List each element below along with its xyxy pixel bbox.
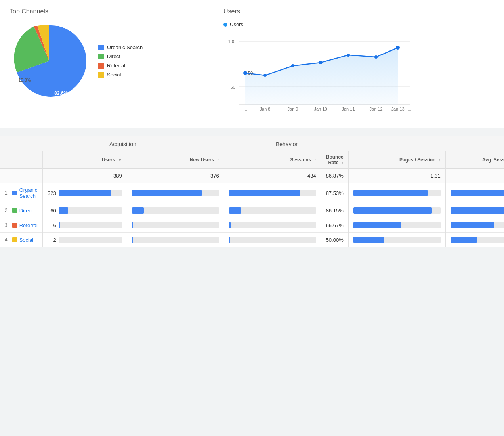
total-row: 389 376 434 86.87% 1.31 00:00:50 [0, 169, 504, 183]
avg-session-cell [445, 233, 504, 247]
new-users-cell [127, 203, 224, 218]
th-avg-session[interactable]: Avg. Session Duration ↕ [445, 151, 504, 169]
svg-rect-28 [12, 191, 17, 195]
table-row: 3 Referral 6 66.67% [0, 218, 504, 233]
pages-session-cell [348, 203, 445, 218]
svg-point-16 [347, 54, 350, 57]
svg-text:Jan 8: Jan 8 [260, 107, 271, 111]
bounce-rate-cell: 87.53% [321, 183, 348, 203]
th-channel [0, 151, 42, 169]
svg-point-13 [263, 74, 267, 77]
th-pages-session[interactable]: Pages / Session ↕ [348, 151, 445, 169]
bounce-rate-cell: 50.00% [321, 233, 348, 247]
row-number: 4 [5, 237, 10, 243]
th-bounce-rate[interactable]: Bounce Rate ↕ [321, 151, 348, 169]
row-number: 1 [5, 190, 10, 196]
new-users-cell [127, 218, 224, 233]
users-legend-dot [223, 23, 227, 27]
legend-organic-search: Organic Search [98, 44, 143, 50]
channel-link[interactable]: Organic Search [19, 187, 38, 199]
bounce-rate-cell: 66.67% [321, 218, 348, 233]
svg-rect-3 [98, 54, 104, 59]
sort-users-icon: ▼ [118, 158, 122, 162]
channel-link[interactable]: Social [19, 237, 33, 243]
svg-point-12 [243, 71, 247, 75]
users-cell: 60 [42, 203, 127, 218]
svg-text:Jan 9: Jan 9 [288, 107, 298, 111]
new-users-cell [127, 233, 224, 247]
sort-bounce-icon: ↕ [342, 161, 344, 165]
svg-point-17 [374, 55, 378, 59]
svg-text:15.3%: 15.3% [18, 78, 31, 82]
svg-rect-29 [12, 208, 17, 213]
total-sessions: 434 [224, 169, 321, 183]
sort-newusers-icon: ↕ [217, 158, 219, 162]
channel-link[interactable]: Direct [19, 208, 33, 214]
channel-cell: 3 Referral [0, 218, 42, 233]
total-bounce-rate: 86.87% [321, 169, 348, 183]
svg-rect-4 [98, 63, 104, 69]
total-users: 389 [42, 169, 127, 183]
acquisition-header: Acquisition [103, 136, 269, 151]
users-legend: Users [223, 21, 494, 27]
users-cell: 323 [42, 183, 127, 203]
svg-rect-30 [12, 223, 17, 228]
svg-rect-5 [98, 72, 104, 78]
table-row: 4 Social 2 50.00% [0, 233, 504, 247]
sessions-cell [224, 218, 321, 233]
bounce-rate-cell: 86.15% [321, 203, 348, 218]
behavior-header: Behavior [269, 136, 504, 151]
channel-cell: 1 Organic Search [0, 183, 42, 203]
pages-session-cell [348, 218, 445, 233]
sessions-cell [224, 203, 321, 218]
svg-text:50: 50 [231, 85, 235, 90]
avg-session-cell [445, 203, 504, 218]
svg-text:...: ... [243, 107, 247, 111]
th-new-users[interactable]: New Users ↕ [127, 151, 224, 169]
total-new-users: 376 [127, 169, 224, 183]
svg-text:100: 100 [228, 39, 235, 44]
new-users-cell [127, 183, 224, 203]
svg-rect-2 [98, 45, 104, 50]
svg-text:Jan 10: Jan 10 [314, 107, 327, 111]
avg-session-cell [445, 218, 504, 233]
table-row: 1 Organic Search 323 87.53% [0, 183, 504, 203]
svg-text:82.6%: 82.6% [54, 90, 68, 96]
pages-session-cell [348, 183, 445, 203]
sort-sessions-icon: ↕ [314, 158, 316, 162]
channel-cell: 2 Direct [0, 203, 42, 218]
pages-session-cell [348, 233, 445, 247]
sessions-cell [224, 233, 321, 247]
svg-text:Jan 13: Jan 13 [391, 107, 404, 111]
total-avg-session: 00:00:50 [445, 169, 504, 183]
svg-point-18 [396, 46, 400, 50]
total-pages-session: 1.31 [348, 169, 445, 183]
svg-text:Jan 12: Jan 12 [369, 107, 382, 111]
avg-session-cell [445, 183, 504, 203]
sessions-cell [224, 183, 321, 203]
data-table-section: Acquisition Behavior Users ▼ New Users ↕… [0, 136, 504, 247]
pie-legend: Organic Search Direct Referral Social [98, 44, 143, 78]
sort-pages-icon: ↕ [439, 158, 441, 162]
svg-text:50: 50 [248, 71, 253, 75]
svg-rect-31 [12, 237, 17, 242]
legend-social: Social [98, 72, 143, 78]
svg-text:Jan 11: Jan 11 [342, 107, 355, 111]
section-headers: Acquisition Behavior [0, 136, 504, 151]
th-sessions[interactable]: Sessions ↕ [224, 151, 321, 169]
th-users[interactable]: Users ▼ [42, 151, 127, 169]
users-cell: 6 [42, 218, 127, 233]
row-number: 3 [5, 222, 10, 228]
users-title: Users [223, 8, 494, 15]
total-label [0, 169, 42, 183]
legend-referral: Referral [98, 63, 143, 69]
svg-point-15 [319, 61, 322, 64]
users-cell: 2 [42, 233, 127, 247]
top-channels-title: Top Channels [10, 8, 204, 15]
users-card: Users Users 100 50 [214, 0, 504, 128]
line-chart: 100 50 [223, 31, 494, 120]
row-number: 2 [5, 208, 10, 213]
legend-direct: Direct [98, 54, 143, 59]
channel-link[interactable]: Referral [19, 222, 38, 228]
svg-point-14 [291, 64, 294, 67]
